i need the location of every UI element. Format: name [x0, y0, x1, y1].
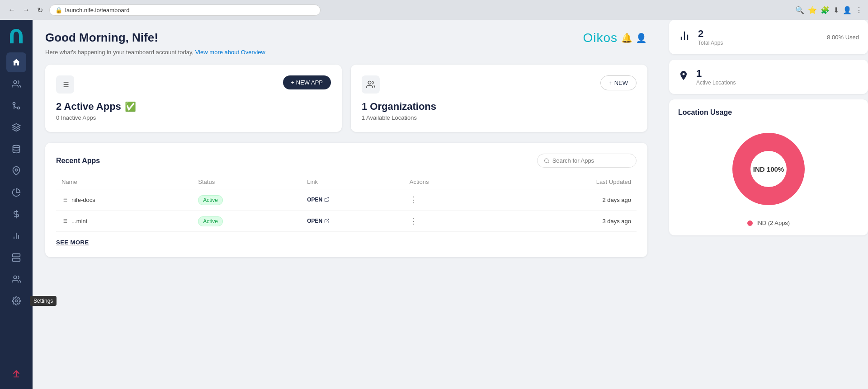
status-badge: Active	[198, 216, 223, 226]
sidebar-item-home[interactable]	[6, 52, 26, 72]
donut-chart-container: IND 100% IND (2 Apps)	[678, 124, 859, 226]
sidebar-item-billing[interactable]	[6, 204, 26, 224]
sidebar-item-team[interactable]	[6, 269, 26, 289]
app-link-cell[interactable]: OPEN	[302, 189, 404, 211]
menu-icon[interactable]: ⋮	[855, 6, 863, 14]
svg-point-24	[368, 81, 371, 84]
col-name: Name	[56, 175, 193, 189]
browser-navigation: ← → ↻	[5, 5, 46, 15]
browser-action-icons: 🔍 ⭐ 🧩 ⬇ 👤 ⋮	[795, 6, 863, 14]
svg-rect-10	[13, 254, 20, 257]
sidebar-item-users[interactable]	[6, 74, 26, 94]
app-updated-cell: 2 days ago	[496, 189, 637, 211]
col-link: Link	[302, 175, 404, 189]
browser-chrome: ← → ↻ 🔒 launch.nife.io/teamboard 🔍 ⭐ 🧩 ⬇…	[0, 0, 868, 20]
sidebar-item-server[interactable]	[6, 248, 26, 267]
url-text: launch.nife.io/teamboard	[65, 7, 129, 14]
external-link-icon	[324, 218, 330, 224]
donut-chart-label: IND 100%	[753, 165, 784, 173]
svg-marker-3	[13, 124, 20, 127]
table-header-row: Name Status Link Actions Last Updated	[56, 175, 637, 189]
sidebar-item-upgrade[interactable]	[6, 364, 26, 384]
sidebar-item-settings[interactable]: Settings	[6, 291, 26, 311]
svg-rect-17	[14, 376, 19, 377]
address-bar[interactable]: 🔒 launch.nife.io/teamboard	[49, 5, 321, 16]
download-icon[interactable]: ⬇	[833, 6, 839, 14]
search-browser-icon[interactable]: 🔍	[795, 6, 804, 14]
sidebar-item-analytics[interactable]	[6, 183, 26, 202]
table-row: ...mini Active OPEN ⋮ 3 days ago	[56, 211, 637, 232]
open-link[interactable]: OPEN	[307, 218, 399, 224]
active-apps-card: + NEW APP 2 Active Apps ✅ 0 Inactive App…	[45, 65, 342, 132]
settings-tooltip-label: Settings	[30, 296, 57, 306]
notification-icon[interactable]: 🔔	[621, 33, 633, 43]
donut-chart: IND 100%	[723, 124, 814, 214]
legend-dot-ind	[747, 220, 753, 226]
app-list-icon	[61, 197, 68, 203]
refresh-button[interactable]: ↻	[34, 5, 46, 15]
brand-icons: 🔔 👤	[621, 33, 647, 43]
svg-rect-11	[13, 258, 20, 262]
user-icon[interactable]: 👤	[636, 33, 647, 43]
more-actions-icon[interactable]: ⋮	[410, 216, 419, 225]
search-icon	[544, 158, 550, 164]
see-more-link[interactable]: SEE MORE	[56, 239, 89, 246]
new-org-button[interactable]: + NEW	[600, 75, 637, 90]
app-container: Settings Good Morning, Nife! Oikos	[0, 20, 868, 389]
forward-button[interactable]: →	[20, 5, 33, 15]
recent-apps-header: Recent Apps	[56, 154, 637, 168]
svg-point-14	[14, 276, 17, 279]
open-link[interactable]: OPEN	[307, 197, 399, 203]
app-name-cell: nife-docs	[56, 189, 193, 211]
active-check-icon: ✅	[125, 101, 136, 112]
app-actions-cell[interactable]: ⋮	[404, 189, 496, 211]
recent-apps-section: Recent Apps Name Status Link A	[45, 143, 647, 257]
search-apps-box[interactable]	[537, 154, 637, 168]
sidebar-bottom	[6, 364, 26, 384]
svg-line-33	[326, 198, 329, 201]
more-actions-icon[interactable]: ⋮	[410, 195, 419, 204]
active-locations-info: 1 Active Locations	[696, 68, 859, 86]
app-list-icon	[61, 218, 68, 224]
sidebar-item-layers[interactable]	[6, 117, 26, 137]
svg-point-0	[14, 81, 17, 84]
app-actions-cell[interactable]: ⋮	[404, 211, 496, 232]
app-status-cell: Active	[193, 211, 302, 232]
total-apps-number: 2	[698, 28, 820, 40]
app-status-cell: Active	[193, 189, 302, 211]
inactive-apps-label: 0 Inactive Apps	[56, 114, 331, 121]
extensions-icon[interactable]: 🧩	[821, 6, 830, 14]
orgs-title: 1 Organizations	[362, 101, 637, 112]
active-locations-stat-card: 1 Active Locations	[669, 60, 868, 94]
location-pin-icon	[678, 70, 689, 84]
active-locations-label: Active Locations	[696, 80, 859, 86]
status-badge: Active	[198, 195, 223, 205]
external-link-icon	[324, 197, 330, 202]
brand-logo: Oikos 🔔 👤	[583, 31, 647, 45]
app-link-cell[interactable]: OPEN	[302, 211, 404, 232]
svg-point-2	[13, 103, 15, 105]
new-app-button[interactable]: + NEW APP	[283, 75, 331, 89]
legend-label-ind: IND (2 Apps)	[756, 220, 790, 226]
orgs-card-icon	[362, 75, 380, 94]
sidebar-item-database[interactable]	[6, 139, 26, 159]
chart-legend: IND (2 Apps)	[747, 220, 790, 226]
sidebar-logo[interactable]	[5, 25, 27, 47]
orgs-subtitle: 1 Available Locations	[362, 114, 637, 121]
profile-icon[interactable]: 👤	[843, 6, 852, 14]
sidebar-item-reports[interactable]	[6, 226, 26, 246]
sidebar-item-location[interactable]	[6, 161, 26, 181]
search-apps-input[interactable]	[552, 157, 630, 164]
apps-card-icon	[56, 75, 74, 94]
svg-point-15	[15, 300, 18, 302]
app-name-cell: ...mini	[56, 211, 193, 232]
col-status: Status	[193, 175, 302, 189]
overview-link[interactable]: View more about Overview	[195, 49, 265, 56]
header-subtitle: Here what's happening in your teamboard …	[45, 49, 647, 56]
main-content: Good Morning, Nife! Oikos 🔔 👤 Here what'…	[33, 20, 660, 389]
back-button[interactable]: ←	[5, 5, 18, 15]
brand-name: Oikos	[583, 31, 618, 45]
bookmark-icon[interactable]: ⭐	[808, 6, 817, 14]
orgs-card-header: + NEW	[362, 75, 637, 94]
sidebar-item-git[interactable]	[6, 96, 26, 116]
